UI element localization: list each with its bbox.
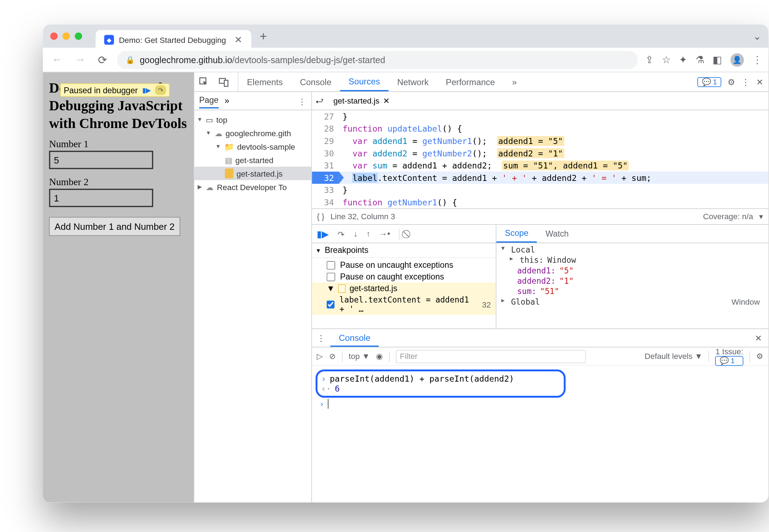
scope-body: ▼Local ▶this:Window addend1: "5"addend2:… <box>496 243 768 308</box>
drawer-menu-icon[interactable]: ⋮ <box>312 329 330 347</box>
url-host: googlechrome.github.io <box>140 55 232 65</box>
close-file-icon[interactable]: ✕ <box>383 96 390 105</box>
navigator-pane: Page » ⋮ ▼▭top ▼☁googlechrome.gith ▼📁dev… <box>194 92 312 502</box>
minimize-window-icon[interactable] <box>62 33 70 40</box>
context-selector[interactable]: top ▼ <box>349 352 370 361</box>
code-line[interactable]: 31 var sum = addend1 + addend2; sum = "5… <box>312 159 768 172</box>
tree-file-html[interactable]: ▤get-started <box>194 153 311 167</box>
profile-avatar[interactable]: 👤 <box>730 53 744 66</box>
console-sidebar-icon[interactable]: ▷ <box>317 352 323 361</box>
step-into-icon[interactable]: ↓ <box>354 229 358 238</box>
bookmark-icon[interactable]: ☆ <box>662 54 670 66</box>
close-devtools-icon[interactable]: ✕ <box>756 77 764 87</box>
navigator-page-tab[interactable]: Page <box>199 96 218 109</box>
devtools-menu-icon[interactable]: ⋮ <box>741 77 750 87</box>
scope-var: sum: "51" <box>496 286 768 297</box>
tab-network[interactable]: Network <box>388 72 437 92</box>
coverage-dropdown-icon[interactable]: ▾ <box>759 212 763 221</box>
browser-tab[interactable]: ◆ Demo: Get Started Debugging ✕ <box>96 30 251 50</box>
titlebar: ◆ Demo: Get Started Debugging ✕ + ⌄ <box>43 24 768 48</box>
new-tab-button[interactable]: + <box>260 29 267 43</box>
forward-button[interactable]: → <box>72 51 88 68</box>
devtools: Elements Console Sources Network Perform… <box>194 72 768 503</box>
breakpoint-line[interactable]: label.textContent = addend1 + ' …32 <box>312 294 496 315</box>
clear-console-icon[interactable]: ⊘ <box>329 352 336 361</box>
code-line[interactable]: 27} <box>312 110 768 123</box>
code-line[interactable]: 32 label.textContent = addend1 + ' + ' +… <box>312 172 768 184</box>
address-bar: ← → ⟳ 🔒 googlechrome.github.io/devtools-… <box>43 48 768 72</box>
number2-input[interactable] <box>49 189 153 207</box>
number1-label: Number 1 <box>43 135 194 151</box>
tree-file-js[interactable]: get-started.js <box>194 167 311 180</box>
scope-var: addend1: "5" <box>496 265 768 276</box>
code-line[interactable]: 29 var addend1 = getNumber1(); addend1 =… <box>312 135 768 147</box>
watch-tab[interactable]: Watch <box>537 225 577 243</box>
tree-folder[interactable]: ▼📁devtools-sample <box>194 140 311 153</box>
code-line[interactable]: 28function updateLabel() { <box>312 123 768 135</box>
toggle-navigator-icon[interactable]: ⮐ <box>316 96 323 105</box>
sidepanel-icon[interactable]: ◧ <box>713 54 722 66</box>
tab-sources[interactable]: Sources <box>340 72 388 92</box>
close-tab-icon[interactable]: ✕ <box>234 34 242 45</box>
device-toolbar-icon[interactable] <box>214 72 233 92</box>
labs-icon[interactable]: ⚗ <box>696 54 704 66</box>
step-icon[interactable]: →• <box>379 229 391 238</box>
scope-var: addend2: "1" <box>496 276 768 286</box>
step-over-icon[interactable]: ↷ <box>338 229 345 239</box>
number1-input[interactable] <box>49 151 153 169</box>
pause-uncaught-checkbox[interactable]: Pause on uncaught exceptions <box>312 259 496 271</box>
log-levels-selector[interactable]: Default levels ▼ <box>644 352 702 361</box>
issues-link[interactable]: 1 Issue: 💬 1 <box>715 347 743 366</box>
url-input[interactable]: 🔒 googlechrome.github.io/devtools-sample… <box>117 51 638 69</box>
resume-icon[interactable]: ▮▶ <box>317 228 329 239</box>
svg-rect-2 <box>224 80 228 86</box>
code-line[interactable]: 34function getNumber1() { <box>312 196 768 209</box>
breakpoints-section[interactable]: ▼Breakpoints <box>312 243 496 258</box>
navigator-menu-icon[interactable]: ⋮ <box>298 96 306 106</box>
window-controls <box>50 33 82 40</box>
file-tab[interactable]: get-started.js✕ <box>328 94 395 108</box>
share-icon[interactable]: ⇪ <box>645 54 653 66</box>
menu-icon[interactable]: ⋮ <box>752 54 762 66</box>
coverage-label: Coverage: n/a <box>703 212 753 221</box>
devtools-tabs: Elements Console Sources Network Perform… <box>194 72 769 92</box>
code-line[interactable]: 30 var addend2 = getNumber2(); addend2 =… <box>312 147 768 160</box>
tree-top[interactable]: ▼▭top <box>194 113 311 126</box>
extensions-icon[interactable]: ✦ <box>679 54 687 66</box>
step-mini-icon[interactable]: ↷ <box>155 85 166 95</box>
console-filter-input[interactable]: Filter <box>395 350 586 363</box>
pause-caught-checkbox[interactable]: Pause on caught exceptions <box>312 271 496 283</box>
maximize-window-icon[interactable] <box>75 33 82 40</box>
close-window-icon[interactable] <box>50 33 58 40</box>
page-viewport: Paused in debugger ▮▶ ↷ Demo: Get Starte… <box>43 72 194 503</box>
step-out-icon[interactable]: ↑ <box>366 229 371 238</box>
live-expression-icon[interactable]: ◉ <box>376 352 383 361</box>
pretty-print-icon[interactable]: { } <box>317 212 324 221</box>
back-button[interactable]: ← <box>49 51 65 68</box>
page-title: Demo: Get Started Debugging JavaScript w… <box>43 72 194 135</box>
settings-icon[interactable]: ⚙ <box>727 77 735 87</box>
breakpoint-file[interactable]: ▼get-started.js <box>312 282 496 294</box>
resume-mini-icon[interactable]: ▮▶ <box>141 85 152 95</box>
close-drawer-icon[interactable]: ✕ <box>749 329 768 347</box>
console-prompt[interactable]: › <box>316 398 765 410</box>
tab-elements[interactable]: Elements <box>238 72 291 92</box>
scope-tab[interactable]: Scope <box>496 225 537 243</box>
console-settings-icon[interactable]: ⚙ <box>756 352 764 361</box>
code-line[interactable]: 33} <box>312 184 768 196</box>
add-button[interactable]: Add Number 1 and Number 2 <box>49 217 180 236</box>
debugger-toolbar: ▮▶ ↷ ↓ ↑ →• ⃠ <box>312 225 496 243</box>
tab-console[interactable]: Console <box>291 72 340 92</box>
reload-button[interactable]: ⟳ <box>96 51 110 69</box>
paused-badge: Paused in debugger ▮▶ ↷ <box>60 83 170 97</box>
drawer-console-tab[interactable]: Console <box>330 329 379 347</box>
navigator-overflow-icon[interactable]: » <box>225 96 229 105</box>
issues-pill[interactable]: 💬 1 <box>698 77 721 87</box>
tree-domain[interactable]: ▼☁googlechrome.gith <box>194 126 311 140</box>
code-editor[interactable]: 27}28function updateLabel() {29 var adde… <box>312 110 768 208</box>
tab-performance[interactable]: Performance <box>437 72 504 92</box>
tabs-dropdown-icon[interactable]: ⌄ <box>753 31 761 42</box>
tabs-overflow-icon[interactable]: » <box>503 72 525 92</box>
tree-react-ext[interactable]: ▶☁React Developer To <box>194 180 311 194</box>
inspect-icon[interactable] <box>194 72 214 92</box>
